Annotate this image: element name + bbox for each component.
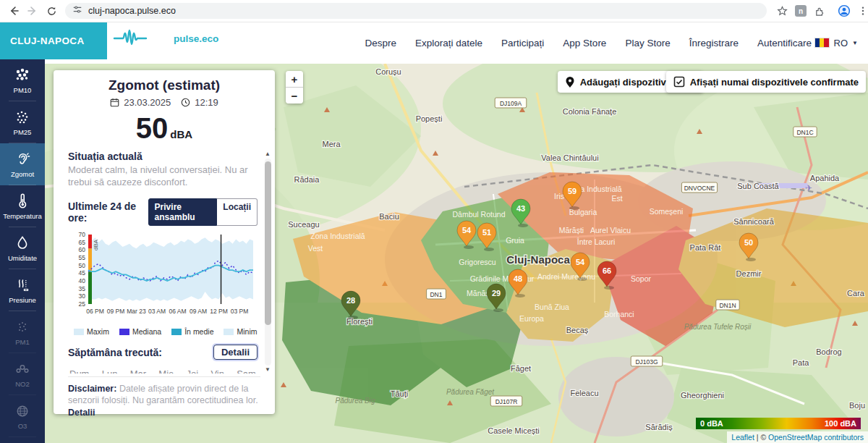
legend-item-3: Minim [224, 327, 257, 336]
map-label-town: Pata [793, 358, 810, 367]
extension-n-icon[interactable]: n [791, 3, 810, 19]
svg-text:DN1: DN1 [430, 291, 442, 298]
zoom-out-button[interactable]: − [286, 88, 303, 104]
map-label-town: Sărădiș [645, 423, 673, 431]
address-bar[interactable]: cluj-napoca.pulse.eco [65, 3, 767, 19]
site-header: CLUJ-NAPOCA pulse.eco DespreExplorați da… [0, 22, 868, 64]
sidebar-item-temperatura[interactable]: Temperatura [0, 185, 45, 227]
zoom-in-button[interactable]: + [286, 71, 303, 88]
scrollbar-thumb[interactable] [265, 161, 271, 325]
nav-link-1[interactable]: Explorați datele [415, 38, 482, 48]
nav-link-2[interactable]: Participați [501, 38, 544, 48]
url-text: cluj-napoca.pulse.eco [88, 6, 176, 16]
week-day: Sam [237, 368, 256, 374]
language-selector[interactable]: RO ▼ [814, 22, 858, 64]
leaflet-link[interactable]: Leaflet [731, 433, 754, 442]
browser-menu-icon[interactable] [854, 3, 868, 19]
sidebar-item-no2[interactable]: NO2 [0, 353, 45, 395]
map-label-forest: Pădurea Big [335, 397, 375, 405]
map-label-town: Pata Rât [690, 243, 721, 252]
calendar-icon [110, 98, 119, 107]
nav-link-4[interactable]: Play Store [625, 38, 670, 48]
map-label-town: Făget [511, 364, 531, 373]
map-label-town: Sânnicoară [733, 217, 775, 226]
svg-text:54: 54 [462, 226, 472, 235]
map-attribution: Leaflet | © OpenStreetMap contributors [727, 431, 868, 443]
legend-label: Mediana [132, 327, 161, 336]
chart-tabs: Privire ansamblu Locații [148, 198, 258, 226]
map-label-suburb: Est [611, 194, 622, 203]
panel-title: Zgomot (estimat) [54, 70, 275, 93]
svg-text:40: 40 [79, 277, 86, 284]
nav-link-3[interactable]: App Store [563, 38, 606, 48]
svg-text:03 AM: 03 AM [148, 308, 166, 315]
sidebar-item-pm25[interactable]: PM25 [0, 101, 45, 143]
brand-logo[interactable]: pulse.eco [113, 28, 218, 49]
nav-link-0[interactable]: Despre [365, 38, 396, 48]
pressure-icon [13, 277, 32, 294]
attribution-separator: | © [754, 433, 768, 442]
pm10-icon [13, 67, 32, 84]
map-label-suburb: Dâmbul Rotund [453, 210, 506, 219]
tab-locations[interactable]: Locații [217, 198, 258, 226]
svg-text:06 AM: 06 AM [169, 308, 186, 315]
sidebar-item-o3[interactable]: O3 [0, 395, 45, 437]
location-pin-icon [565, 76, 575, 88]
disclaimer-details-link[interactable]: Detalii [68, 408, 95, 418]
sidebar-item-label: Zgomot [11, 170, 34, 178]
svg-text:28: 28 [346, 296, 355, 305]
sidebar-item-label: NO2 [15, 380, 30, 388]
svg-text:12 PM: 12 PM [210, 308, 228, 315]
nav-link-6[interactable]: Autentificare [757, 38, 812, 48]
reload-icon[interactable] [42, 3, 61, 19]
map-label-city: Cluj-Napoca [506, 253, 570, 266]
sidebar-item-presiune[interactable]: Presiune [0, 269, 45, 311]
site-info-icon[interactable] [72, 4, 82, 17]
show-confirmed-toggle[interactable]: Afișați numai dispozitivele confirmate [666, 71, 866, 93]
extensions-puzzle-icon[interactable] [810, 3, 829, 19]
current-value: 50dBA [54, 112, 275, 145]
svg-text:25: 25 [79, 300, 86, 308]
tab-overview[interactable]: Privire ansamblu [148, 198, 218, 226]
map-label-town: Bodrog [816, 347, 841, 356]
svg-text:09 PM: 09 PM [107, 308, 125, 315]
back-icon[interactable] [4, 3, 23, 19]
svg-text:50: 50 [744, 238, 753, 247]
city-name-block[interactable]: CLUJ-NAPOCA [0, 22, 107, 59]
week-days-row: DumLunMarMieJoiVinSam [68, 368, 258, 374]
osm-link[interactable]: OpenStreetMap contributors [768, 433, 864, 442]
scroll-down-icon[interactable]: ▼ [265, 366, 271, 374]
map-label-town: Colonia Fânațe [563, 107, 617, 116]
week-day: Mie [158, 368, 174, 374]
profile-avatar-icon[interactable] [835, 3, 854, 19]
sidebar-item-zgomot[interactable]: Zgomot [0, 143, 45, 185]
map-label-forest: Pădurea Făget [446, 388, 495, 396]
svg-text:DJ103G: DJ103G [635, 358, 658, 366]
forward-icon[interactable] [23, 3, 42, 19]
bookmark-star-icon[interactable] [773, 3, 791, 19]
legend-swatch [119, 329, 129, 335]
scroll-up-icon[interactable]: ▲ [265, 151, 271, 158]
details-button[interactable]: Detalii [213, 345, 258, 360]
sidebar-item-label: Presiune [9, 296, 36, 304]
svg-text:03 PM: 03 PM [231, 308, 249, 315]
map-label-town: Baciu [379, 212, 399, 221]
week-day: Mar [130, 368, 146, 374]
map-label-town: Rădaia [294, 175, 320, 184]
drop-icon [13, 235, 32, 252]
map-label-town: Suceagu [288, 220, 319, 229]
map-label-town: Gheorghieni [681, 391, 724, 400]
scrollbar-track[interactable] [265, 159, 271, 366]
svg-text:54: 54 [576, 258, 585, 266]
sidebar-item-umiditate[interactable]: Umiditate [0, 227, 45, 269]
nav-link-5[interactable]: Înregistrare [689, 38, 739, 48]
sidebar-item-pm1[interactable]: PM1 [0, 311, 45, 353]
road-shield-DN1N: DN1N [716, 300, 739, 310]
legend-item-2: În medie [171, 327, 213, 336]
legend-item-0: Maxim [74, 327, 109, 336]
map-label-forest: Pădurea Tufele Roșii [684, 323, 752, 331]
sidebar-item-pm10[interactable]: PM10 [0, 59, 45, 101]
chevron-down-icon: ▼ [852, 40, 858, 46]
sidebar-item-label: O3 [18, 422, 27, 430]
panel-scrollbar[interactable]: ▲ ▼ [263, 151, 272, 374]
